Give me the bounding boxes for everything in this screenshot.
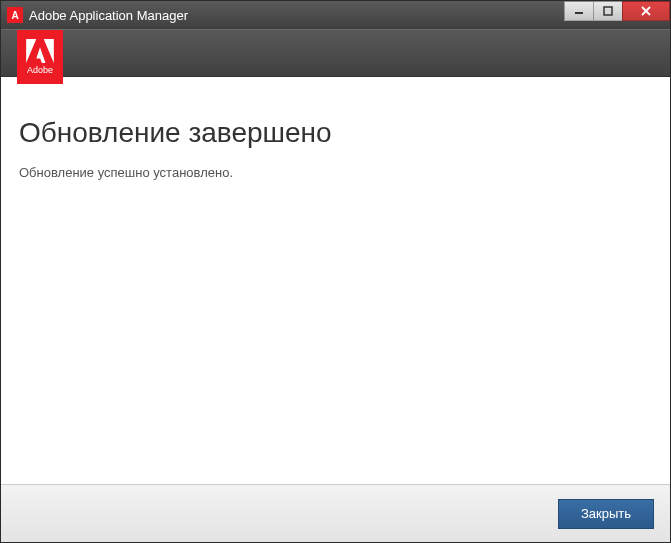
content-area: Обновление завершено Обновление успешно … <box>1 77 670 484</box>
app-icon-letter: A <box>11 10 18 21</box>
minimize-icon <box>574 6 584 16</box>
header-band: Adobe <box>1 29 670 77</box>
window-title: Adobe Application Manager <box>29 8 188 23</box>
maximize-icon <box>603 6 613 16</box>
app-window: A Adobe Application Manager Adobe Обновл… <box>0 0 671 543</box>
adobe-logo-text: Adobe <box>27 65 53 75</box>
svg-rect-1 <box>604 7 612 15</box>
adobe-a-icon <box>26 39 54 63</box>
maximize-button[interactable] <box>593 1 623 21</box>
svg-rect-0 <box>575 12 583 14</box>
footer-bar: Закрыть <box>1 484 670 542</box>
close-button[interactable]: Закрыть <box>558 499 654 529</box>
app-icon: A <box>7 7 23 23</box>
update-message: Обновление успешно установлено. <box>19 165 652 180</box>
adobe-logo: Adobe <box>17 30 63 84</box>
update-heading: Обновление завершено <box>19 117 652 149</box>
minimize-button[interactable] <box>564 1 594 21</box>
window-close-button[interactable] <box>622 1 670 21</box>
close-icon <box>640 6 652 16</box>
titlebar[interactable]: A Adobe Application Manager <box>1 1 670 29</box>
window-controls <box>565 1 670 21</box>
